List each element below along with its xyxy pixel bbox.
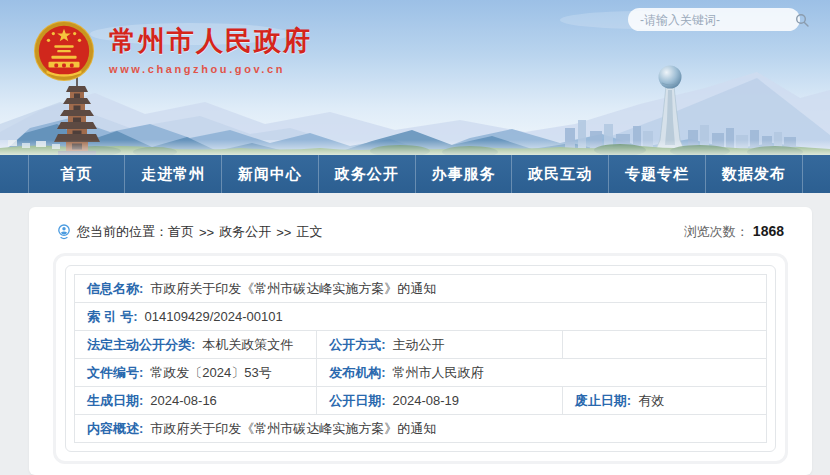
doc-no-value: 常政发〔2024〕53号 [150, 365, 271, 380]
site-search [628, 8, 800, 31]
cell-summary: 内容概述:市政府关于印发《常州市碳达峰实施方案》的通知 [75, 415, 767, 443]
breadcrumb-current-page: 正文 [296, 223, 322, 241]
national-emblem-icon [33, 20, 95, 82]
main-nav: 首页 走进常州 新闻中心 政务公开 办事服务 政民互动 专题专栏 数据发布 [0, 155, 830, 193]
nav-item-interaction[interactable]: 政民互动 [512, 155, 609, 193]
location-icon [57, 224, 71, 240]
category-value: 本机关政策文件 [202, 337, 293, 352]
site-logo[interactable]: 常州市人民政府 www.changzhou.gov.cn [33, 20, 312, 82]
cell-empty [562, 331, 766, 359]
nav-item-data-release[interactable]: 数据发布 [706, 155, 803, 193]
cell-expiry: 废止日期:有效 [562, 387, 766, 415]
table-row-summary: 内容概述:市政府关于印发《常州市碳达峰实施方案》的通知 [75, 415, 767, 443]
breadcrumb-link-home[interactable]: 首页 [168, 223, 194, 241]
view-count-label: 浏览次数： [684, 224, 749, 239]
cell-info-name: 信息名称:市政府关于印发《常州市碳达峰实施方案》的通知 [75, 275, 767, 303]
search-icon[interactable] [795, 13, 809, 27]
cell-open-method: 公开方式:主动公开 [317, 331, 563, 359]
site-title: 常州市人民政府 [109, 27, 312, 57]
site-header: 常州市人民政府 www.changzhou.gov.cn [0, 0, 830, 155]
info-table: 信息名称:市政府关于印发《常州市碳达峰实施方案》的通知 索 引 号:014109… [74, 274, 767, 443]
index-no-label: 索 引 号: [87, 309, 138, 324]
site-url: www.changzhou.gov.cn [109, 63, 312, 75]
table-row-dates: 生成日期:2024-08-16 公开日期:2024-08-19 废止日期:有效 [75, 387, 767, 415]
publisher-value: 常州市人民政府 [393, 365, 484, 380]
nav-item-services[interactable]: 办事服务 [416, 155, 513, 193]
breadcrumb-prefix: 您当前的位置： [77, 223, 168, 241]
nav-item-about-changzhou[interactable]: 走进常州 [125, 155, 222, 193]
cell-create-date: 生成日期:2024-08-16 [75, 387, 317, 415]
view-count-value: 1868 [753, 223, 784, 239]
table-row-doc-no: 文件编号:常政发〔2024〕53号 发布机构:常州市人民政府 [75, 359, 767, 387]
nav-item-special-topics[interactable]: 专题专栏 [609, 155, 706, 193]
view-count: 浏览次数：1868 [684, 223, 784, 241]
breadcrumb-link-gov-info[interactable]: 政务公开 [219, 223, 271, 241]
breadcrumb-separator: >> [199, 225, 214, 240]
table-row-category: 法定主动公开分类:本机关政策文件 公开方式:主动公开 [75, 331, 767, 359]
open-date-label: 公开日期: [329, 393, 385, 408]
info-name-label: 信息名称: [87, 281, 143, 296]
open-date-value: 2024-08-19 [393, 393, 460, 408]
info-panel: 信息名称:市政府关于印发《常州市碳达峰实施方案》的通知 索 引 号:014109… [53, 253, 788, 464]
create-date-label: 生成日期: [87, 393, 143, 408]
cell-category: 法定主动公开分类:本机关政策文件 [75, 331, 317, 359]
open-method-label: 公开方式: [329, 337, 385, 352]
nav-item-home[interactable]: 首页 [29, 155, 126, 193]
table-row-index-no: 索 引 号:014109429/2024-00101 [75, 303, 767, 331]
index-no-value: 014109429/2024-00101 [145, 309, 283, 324]
table-row-info-name: 信息名称:市政府关于印发《常州市碳达峰实施方案》的通知 [75, 275, 767, 303]
cell-open-date: 公开日期:2024-08-19 [317, 387, 563, 415]
summary-value: 市政府关于印发《常州市碳达峰实施方案》的通知 [150, 421, 436, 436]
content-card: 您当前的位置： 首页 >> 政务公开 >> 正文 浏览次数：1868 信息名称:… [29, 207, 812, 475]
cell-index-no: 索 引 号:014109429/2024-00101 [75, 303, 767, 331]
publisher-label: 发布机构: [329, 365, 385, 380]
breadcrumb-separator: >> [276, 225, 291, 240]
breadcrumb: 您当前的位置： 首页 >> 政务公开 >> 正文 [57, 223, 322, 241]
cell-doc-no: 文件编号:常政发〔2024〕53号 [75, 359, 317, 387]
summary-label: 内容概述: [87, 421, 143, 436]
category-label: 法定主动公开分类: [87, 337, 195, 352]
info-table-wrapper: 信息名称:市政府关于印发《常州市碳达峰实施方案》的通知 索 引 号:014109… [65, 265, 776, 452]
info-name-value: 市政府关于印发《常州市碳达峰实施方案》的通知 [150, 281, 436, 296]
open-method-value: 主动公开 [393, 337, 445, 352]
nav-item-news-center[interactable]: 新闻中心 [222, 155, 319, 193]
expiry-label: 废止日期: [575, 393, 631, 408]
doc-no-label: 文件编号: [87, 365, 143, 380]
nav-item-gov-info[interactable]: 政务公开 [319, 155, 416, 193]
search-input[interactable] [640, 13, 795, 27]
expiry-value: 有效 [638, 393, 664, 408]
cell-publisher: 发布机构:常州市人民政府 [317, 359, 767, 387]
create-date-value: 2024-08-16 [150, 393, 217, 408]
